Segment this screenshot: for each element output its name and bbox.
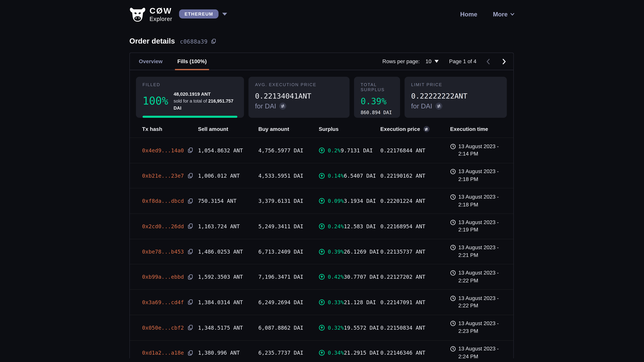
surplus-up-icon — [319, 249, 325, 255]
table-row: 0xb99a...ebbd 1,592.3503 ANT 7,196.3471 … — [130, 264, 513, 290]
sell-amount-cell: 1,380.996 ANT — [198, 350, 258, 356]
copy-tx-hash-icon[interactable] — [188, 274, 193, 280]
prev-page-chevron-left-icon[interactable] — [485, 58, 492, 65]
filled-progress-bar — [142, 116, 238, 118]
col-execution-time: Execution time — [450, 126, 508, 132]
copy-tx-hash-icon[interactable] — [188, 249, 193, 254]
table-row: 0x3a69...cd4f 1,384.0314 ANT 6,249.2694 … — [130, 290, 513, 315]
total-surplus-amount: 860.894 DAI — [360, 110, 394, 115]
buy-amount-cell: 3,379.6131 DAI — [258, 198, 319, 204]
buy-amount-cell: 7,196.3471 DAI — [258, 274, 319, 280]
network-selector-badge[interactable]: ETHEREUM — [179, 9, 218, 18]
surplus-up-icon — [319, 223, 325, 229]
surplus-percent: 0.34% — [328, 350, 344, 356]
tx-hash-link[interactable]: 0x050e...cbf2 — [142, 325, 184, 331]
buy-amount-cell: 6,713.2409 DAI — [258, 249, 319, 255]
nav-more[interactable]: More — [493, 10, 514, 17]
buy-amount-cell: 5,249.3411 DAI — [258, 223, 319, 229]
execution-time-text: 13 August 2023 - 2:19 PM — [458, 219, 508, 234]
tx-hash-link[interactable]: 0x3a69...cd4f — [142, 299, 184, 305]
tx-hash-link[interactable]: 0x2cd0...26dd — [142, 223, 184, 229]
execution-price-cell: 0.22150834 ANT — [380, 325, 450, 331]
table-row: 0x050e...cbf2 1,348.5175 ANT 6,087.8862 … — [130, 315, 513, 340]
cow-explorer-page: CØW Explorer ETHEREUM Home More Order de… — [0, 0, 644, 362]
surplus-up-icon — [319, 299, 325, 305]
copy-tx-hash-icon[interactable] — [188, 173, 193, 178]
copy-tx-hash-icon[interactable] — [188, 198, 193, 204]
clock-icon — [450, 295, 456, 301]
col-buy-amount: Buy amount — [258, 126, 319, 132]
avg-price-value: 0.22134041ANT — [255, 92, 343, 100]
clock-icon — [450, 219, 456, 225]
execution-time-cell: 13 August 2023 - 2:24 PM — [450, 345, 508, 358]
nav-more-label: More — [493, 10, 508, 17]
copy-tx-hash-icon[interactable] — [188, 325, 193, 331]
total-surplus-label: TOTAL SURPLUS — [360, 82, 394, 92]
execution-price-cell: 0.22127202 ANT — [380, 274, 450, 280]
rows-per-page-select[interactable]: 10 — [426, 58, 438, 64]
top-header: CØW Explorer ETHEREUM Home More — [0, 0, 644, 28]
total-surplus-card: TOTAL SURPLUS 0.39% 860.894 DAI — [354, 77, 400, 118]
invert-price-swap-icon[interactable] — [423, 126, 430, 132]
limit-price-value: 0.22222222ANT — [411, 92, 500, 100]
table-row: 0xb21e...23e7 1,006.012 ANT 4,533.5951 D… — [130, 163, 513, 188]
surplus-amount: 12.583 DAI — [344, 223, 376, 229]
tx-hash-link[interactable]: 0xb99a...ebbd — [142, 274, 184, 280]
execution-price-cell: 0.22190162 ANT — [380, 173, 450, 179]
execution-time-text: 13 August 2023 - 2:18 PM — [458, 193, 508, 209]
buy-amount-cell: 4,533.5951 DAI — [258, 173, 319, 179]
execution-time-cell: 13 August 2023 - 2:18 PM — [450, 168, 508, 183]
brand-logo[interactable]: CØW Explorer — [129, 6, 172, 22]
network-caret-down-icon[interactable] — [222, 12, 227, 15]
sell-amount-cell: 1,486.0253 ANT — [198, 249, 258, 255]
avg-price-unit: for DAI — [255, 102, 276, 110]
clock-icon — [450, 270, 456, 276]
fills-table: Tx hash Sell amount Buy amount Surplus E… — [130, 126, 513, 358]
surplus-up-icon — [319, 274, 325, 280]
execution-time-text: 13 August 2023 - 2:22 PM — [458, 295, 508, 310]
execution-time-cell: 13 August 2023 - 2:14 PM — [450, 143, 508, 158]
tx-hash-link[interactable]: 0xd1a2...a18e — [142, 350, 184, 356]
execution-time-cell: 13 August 2023 - 2:22 PM — [450, 269, 508, 285]
surplus-cell: 0.34% 21.2915 DAI — [319, 350, 380, 356]
surplus-percent: 0.42% — [328, 274, 344, 280]
sell-amount-cell: 1,054.8632 ANT — [198, 147, 258, 153]
tab-bar: Overview Fills (100%) Rows per page: 10 … — [130, 53, 513, 70]
execution-time-cell: 13 August 2023 - 2:23 PM — [450, 320, 508, 335]
total-surplus-percent: 0.39% — [360, 96, 394, 106]
limit-price-card: LIMIT PRICE 0.22222222ANT for DAI — [404, 77, 507, 118]
cow-icon — [129, 6, 146, 22]
copy-tx-hash-icon[interactable] — [188, 299, 193, 305]
sell-amount-cell: 1,006.012 ANT — [198, 173, 258, 179]
clock-icon — [450, 321, 456, 326]
next-page-chevron-right-icon[interactable] — [500, 58, 508, 65]
clock-icon — [450, 143, 456, 149]
table-row: 0xf8da...dbcd 750.3154 ANT 3,379.6131 DA… — [130, 188, 513, 214]
tx-hash-link[interactable]: 0xbe78...b453 — [142, 249, 184, 255]
tab-fills-label: Fills (100%) — [178, 58, 207, 64]
copy-order-id-icon[interactable] — [211, 38, 217, 44]
col-execution-price: Execution price — [380, 126, 450, 132]
col-tx-hash: Tx hash — [142, 126, 198, 132]
filled-card: FILLED 100% 48,020.1919 ANT sold for a t… — [136, 77, 244, 118]
sell-amount-cell: 1,384.0314 ANT — [198, 299, 258, 305]
swap-currency-icon[interactable] — [436, 103, 442, 110]
page-title: Order details — [129, 37, 175, 45]
execution-price-cell: 0.22176844 ANT — [380, 147, 450, 153]
sell-amount-cell: 1,163.724 ANT — [198, 223, 258, 229]
col-surplus: Surplus — [319, 126, 380, 132]
buy-amount-cell: 6,087.8862 DAI — [258, 325, 319, 331]
tx-hash-link[interactable]: 0x4ed9...14a0 — [142, 147, 184, 153]
title-row: Order details c0688a39 — [0, 37, 644, 45]
table-row: 0x4ed9...14a0 1,054.8632 ANT 4,756.5977 … — [130, 137, 513, 163]
copy-tx-hash-icon[interactable] — [188, 350, 193, 356]
swap-currency-icon[interactable] — [280, 103, 286, 110]
tab-overview[interactable]: Overview — [136, 53, 165, 70]
filled-sold-prefix: sold for a total of — [174, 98, 208, 103]
nav-home[interactable]: Home — [460, 10, 477, 17]
tx-hash-link[interactable]: 0xb21e...23e7 — [142, 173, 184, 179]
tab-fills[interactable]: Fills (100%) — [175, 53, 209, 70]
copy-tx-hash-icon[interactable] — [188, 147, 193, 153]
tx-hash-link[interactable]: 0xf8da...dbcd — [142, 198, 184, 204]
copy-tx-hash-icon[interactable] — [188, 223, 193, 229]
